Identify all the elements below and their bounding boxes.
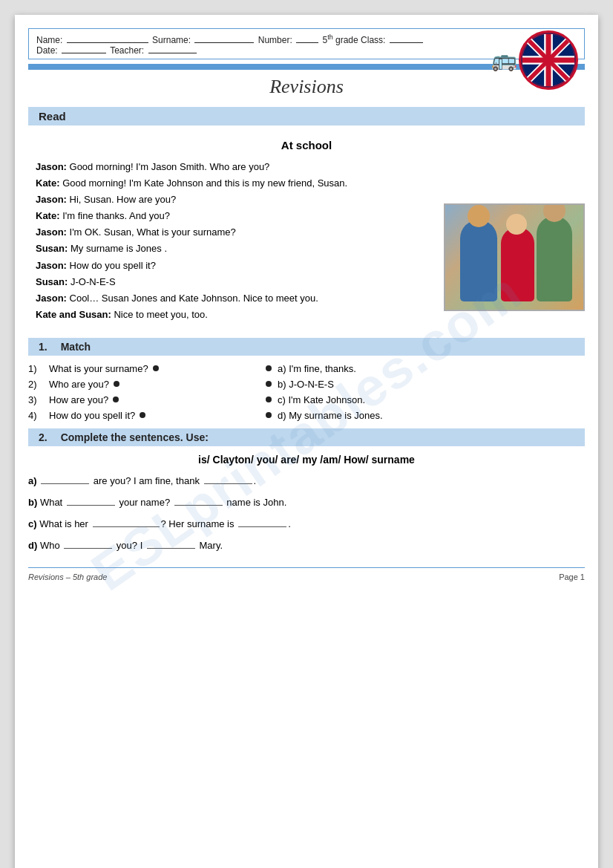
section-bar-read: Read	[28, 107, 585, 125]
footer-bar: Revisions – 5th grade Page 1	[28, 571, 585, 583]
uk-badge	[519, 30, 578, 90]
match-right-c: c) I'm Kate Johnson.	[266, 394, 365, 405]
footer-right: Page 1	[559, 572, 585, 581]
blank-b1[interactable]	[67, 505, 115, 506]
blank-c2[interactable]	[238, 526, 286, 527]
surname-label: Surname:	[152, 35, 191, 45]
match-row-4: 4) How do you spell it? d) My surname is…	[28, 410, 585, 421]
match-left-4: 4) How do you spell it?	[28, 410, 266, 421]
match-right-d: d) My surname is Jones.	[266, 410, 383, 421]
bullet-d	[266, 412, 272, 418]
speaker-jason3: Jason:	[36, 226, 67, 238]
header-box: Name: Surname: Number: 5th grade Class: …	[28, 28, 585, 59]
bullet2	[114, 381, 119, 387]
match-row-1: 1) What is your surname? a) I'm fine, th…	[28, 363, 585, 374]
match-left-1: 1) What is your surname?	[28, 363, 266, 374]
blank-c1[interactable]	[93, 526, 160, 527]
blank-d2[interactable]	[147, 548, 195, 549]
bullet-c	[266, 397, 272, 402]
exercise2-num: 2.	[39, 431, 47, 443]
exercise1-title: Match	[61, 341, 91, 353]
words-line: is/ Clayton/ you/ are/ my /am/ How/ surn…	[28, 454, 585, 466]
blank-a1[interactable]	[41, 483, 89, 484]
exercise1-num: 1.	[39, 341, 47, 353]
blank-b2[interactable]	[174, 505, 223, 506]
bullet4	[140, 412, 145, 418]
teacher-label: Teacher:	[110, 45, 144, 56]
number-label: Number:	[258, 35, 292, 45]
speaker-jason2: Jason:	[36, 194, 67, 205]
teacher-blank[interactable]	[148, 53, 197, 53]
sentence-c: c) What is her ? Her surname is .	[28, 516, 585, 532]
person3	[537, 216, 572, 301]
speaker-kate2: Kate:	[36, 210, 60, 221]
sentence-d: d) Who you? I Mary.	[28, 538, 585, 554]
revisions-title: Revisions	[15, 70, 598, 102]
at-school-title: At school	[28, 139, 585, 151]
person2	[501, 227, 534, 301]
class-blank[interactable]	[390, 42, 423, 43]
grade-word: grade	[335, 35, 358, 45]
speaker-kate-susan: Kate and Susan:	[36, 309, 111, 320]
match-left-3: 3) How are you?	[28, 394, 266, 405]
header-line1: Name: Surname: Number: 5th grade Class:	[36, 33, 577, 45]
footer-divider	[28, 567, 585, 568]
surname-blank[interactable]	[194, 42, 254, 43]
name-label: Name:	[36, 35, 62, 45]
number-blank[interactable]	[296, 42, 318, 43]
match-area: 1) What is your surname? a) I'm fine, th…	[28, 363, 585, 421]
speaker-jason4: Jason:	[36, 260, 67, 271]
bus-icon: 🚌	[491, 48, 517, 72]
date-blank[interactable]	[62, 53, 106, 53]
bullet-a	[266, 365, 272, 371]
match-row-2: 2) Who are you? b) J-O-N-E-S	[28, 379, 585, 390]
exercise2-title: Complete the sentences. Use:	[61, 431, 209, 443]
date-label: Date:	[36, 45, 58, 56]
match-right-a: a) I'm fine, thanks.	[266, 363, 356, 374]
person1	[460, 220, 497, 301]
dialogue-area: Jason: Good morning! I'm Jason Smith. Wh…	[28, 159, 585, 323]
bullet-b	[266, 381, 272, 387]
grade-suffix: th	[327, 33, 333, 41]
photo-box	[444, 203, 585, 311]
match-row-3: 3) How are you? c) I'm Kate Johnson.	[28, 394, 585, 405]
bullet3	[113, 397, 119, 402]
dialogue-line: Jason: Good morning! I'm Jason Smith. Wh…	[28, 159, 585, 175]
exercise2-bar: 2. Complete the sentences. Use:	[28, 428, 585, 446]
sentence-a: a) are you? I am fine, thank .	[28, 473, 585, 489]
bullet1	[153, 365, 159, 371]
match-left-2: 2) Who are you?	[28, 379, 266, 390]
speaker-susan2: Susan:	[36, 276, 68, 287]
blank-a2[interactable]	[204, 483, 252, 484]
class-label: Class:	[361, 35, 385, 45]
blank-d1[interactable]	[64, 548, 112, 549]
footer-left: Revisions – 5th grade	[28, 572, 107, 581]
complete-area: is/ Clayton/ you/ are/ my /am/ How/ surn…	[28, 454, 585, 554]
sentence-b: b) What your name? name is John.	[28, 495, 585, 511]
speaker-jason1: Jason:	[36, 161, 67, 172]
match-right-b: b) J-O-N-E-S	[266, 379, 334, 390]
exercise1-bar: 1. Match	[28, 338, 585, 356]
speaker-kate1: Kate:	[36, 177, 60, 189]
speaker-jason5: Jason:	[36, 293, 67, 304]
photo-placeholder	[445, 205, 583, 310]
speaker-susan1: Susan:	[36, 243, 68, 254]
dialogue-line: Kate: Good morning! I'm Kate Johnson and…	[28, 175, 585, 192]
page: ESLprintables.com Name: Surname: Number:…	[15, 15, 598, 868]
name-blank[interactable]	[67, 42, 148, 43]
content-area: At school Jason: Good morning! I'm Jason…	[28, 125, 585, 330]
